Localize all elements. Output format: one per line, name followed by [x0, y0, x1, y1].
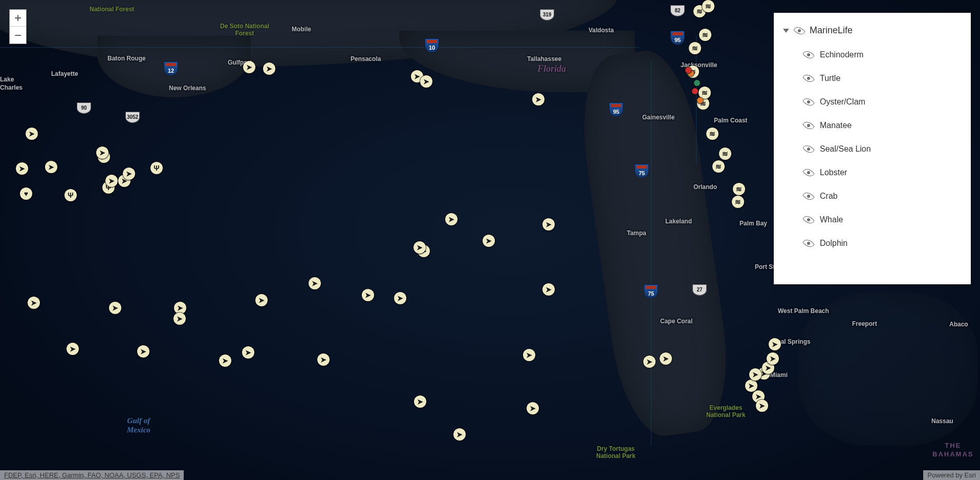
marinelife-marker-clam[interactable]: ≋ [689, 42, 701, 54]
marinelife-marker-fish[interactable]: ➤ [542, 283, 555, 296]
interstate-shield: 12 [164, 61, 178, 76]
sublayer-label: Turtle [820, 74, 840, 83]
zoom-in-button[interactable]: + [10, 10, 26, 27]
marinelife-marker-fish[interactable]: ➤ [414, 395, 426, 408]
layer-list-panel: MarineLife EchinodermTurtleOyster/ClamMa… [774, 13, 971, 284]
marinelife-marker-fish[interactable]: ➤ [413, 241, 426, 254]
eye-icon[interactable] [803, 122, 814, 129]
marinelife-marker-fish[interactable]: ➤ [453, 428, 466, 441]
marinelife-marker-clam[interactable]: ≋ [712, 160, 725, 173]
marinelife-marker-fish[interactable]: ➤ [527, 402, 539, 414]
marinelife-marker-fish[interactable]: ➤ [137, 345, 149, 358]
marinelife-marker-fish[interactable]: ➤ [420, 75, 432, 88]
marinelife-marker-fish[interactable]: ➤ [643, 356, 656, 368]
sublayer-item[interactable]: Dolphin [803, 232, 967, 255]
marinelife-marker-clam[interactable]: ≋ [732, 196, 744, 208]
eye-icon[interactable] [803, 51, 814, 58]
layer-parent-marinelife[interactable]: MarineLife [783, 22, 967, 43]
interstate-shield: 10 [425, 38, 439, 53]
sublayer-item[interactable]: Manatee [803, 114, 967, 137]
marinelife-marker-clam[interactable]: ≋ [719, 148, 731, 160]
marinelife-marker-fish[interactable]: ➤ [45, 161, 57, 173]
marinelife-marker-dot[interactable] [697, 97, 703, 103]
attribution-sources[interactable]: FDEP, Esri, HERE, Garmin, FAO, NOAA, USG… [0, 470, 184, 480]
marinelife-marker-clam[interactable]: ≋ [699, 29, 711, 41]
eye-icon[interactable] [803, 193, 814, 200]
marinelife-marker-fish[interactable]: ➤ [255, 294, 268, 306]
sublayer-label: Seal/Sea Lion [820, 144, 871, 154]
sublayer-item[interactable]: Echinoderm [803, 43, 967, 67]
marinelife-marker-fish[interactable]: ➤ [362, 289, 374, 301]
sublayer-list: EchinodermTurtleOyster/ClamManateeSeal/S… [783, 43, 967, 255]
marinelife-marker-fish[interactable]: ➤ [767, 352, 779, 365]
sublayer-label: Dolphin [820, 239, 847, 248]
road-line [0, 47, 640, 48]
interstate-shield: 75 [644, 284, 658, 299]
layer-parent-label: MarineLife [810, 25, 853, 36]
marinelife-marker-clam[interactable]: ≋ [706, 128, 718, 140]
marinelife-marker-fish[interactable]: ➤ [242, 346, 254, 359]
marinelife-marker-fish[interactable]: ➤ [745, 380, 757, 392]
marinelife-marker-clam[interactable]: ≋ [702, 0, 714, 12]
marinelife-marker-fish[interactable]: ➤ [394, 292, 406, 304]
marinelife-marker-fish[interactable]: ➤ [756, 400, 768, 412]
marinelife-marker-fish[interactable]: ➤ [769, 338, 781, 350]
marinelife-marker-fish[interactable]: ➤ [749, 368, 761, 381]
layer-list-scroll[interactable]: MarineLife EchinodermTurtleOyster/ClamMa… [774, 13, 971, 284]
marinelife-marker-dot[interactable] [692, 88, 698, 94]
eye-icon[interactable] [794, 27, 804, 34]
marinelife-marker-dot[interactable] [694, 80, 700, 86]
eye-icon[interactable] [803, 240, 814, 247]
marinelife-marker-fish[interactable]: ➤ [445, 213, 458, 225]
marinelife-marker-fish[interactable]: ➤ [26, 128, 38, 140]
caret-down-icon [783, 29, 789, 33]
eye-icon[interactable] [803, 98, 814, 106]
marinelife-marker-fish[interactable]: ➤ [317, 353, 330, 366]
sublayer-item[interactable]: Oyster/Clam [803, 90, 967, 114]
marinelife-marker-fish[interactable]: ➤ [523, 349, 535, 361]
marinelife-marker-dot[interactable] [685, 67, 691, 73]
marinelife-marker-fish[interactable]: ➤ [109, 302, 121, 314]
eye-icon[interactable] [803, 216, 814, 223]
marinelife-marker-fish[interactable]: ➤ [542, 218, 555, 231]
sublayer-item[interactable]: Whale [803, 208, 967, 232]
marinelife-marker-clam[interactable]: ≋ [733, 183, 745, 195]
road-line [651, 61, 651, 446]
marinelife-marker-fish[interactable]: ➤ [96, 147, 108, 159]
marinelife-marker-fish[interactable]: ➤ [660, 352, 672, 365]
marinelife-marker-fish[interactable]: ➤ [532, 93, 545, 106]
sublayer-label: Oyster/Clam [820, 97, 865, 107]
sublayer-label: Lobster [820, 168, 847, 177]
sublayer-item[interactable]: Seal/Sea Lion [803, 137, 967, 161]
marinelife-marker-fish[interactable]: ➤ [28, 297, 40, 309]
sublayer-item[interactable]: Crab [803, 184, 967, 208]
sublayer-item[interactable]: Turtle [803, 67, 967, 90]
interstate-shield: 95 [670, 31, 685, 45]
marinelife-marker-fish[interactable]: ➤ [105, 175, 118, 187]
marinelife-marker-fish[interactable]: ➤ [173, 312, 186, 325]
marinelife-marker-fish[interactable]: ➤ [243, 61, 255, 73]
marinelife-marker-fish[interactable]: ➤ [123, 168, 135, 180]
interstate-shield: 75 [635, 164, 649, 178]
sublayer-item[interactable]: Lobster [803, 161, 967, 184]
marinelife-marker-lobster[interactable]: Ψ [150, 162, 163, 174]
zoom-out-button[interactable]: − [10, 27, 26, 44]
sublayer-label: Whale [820, 215, 843, 224]
us-route-shield: 3052 [125, 112, 140, 123]
attribution-esri[interactable]: Powered by Esri [923, 470, 980, 480]
marinelife-marker-fish[interactable]: ➤ [263, 62, 275, 75]
zoom-widget: + − [9, 9, 27, 44]
eye-icon[interactable] [803, 75, 814, 82]
eye-icon[interactable] [803, 145, 814, 153]
marinelife-marker-fish[interactable]: ➤ [219, 354, 231, 367]
marinelife-marker-fish[interactable]: ➤ [16, 162, 28, 175]
marinelife-marker-fish[interactable]: ➤ [67, 343, 79, 355]
marinelife-marker-hoof[interactable]: ♥ [20, 187, 32, 200]
road-line [696, 36, 696, 164]
sublayer-label: Echinoderm [820, 50, 863, 59]
marinelife-marker-lobster[interactable]: Ψ [64, 189, 77, 201]
map-viewport[interactable]: Florida Gulf of Mexico THE BAHAMAS 12109… [0, 0, 980, 480]
marinelife-marker-fish[interactable]: ➤ [309, 277, 321, 289]
marinelife-marker-fish[interactable]: ➤ [483, 235, 495, 247]
eye-icon[interactable] [803, 169, 814, 176]
